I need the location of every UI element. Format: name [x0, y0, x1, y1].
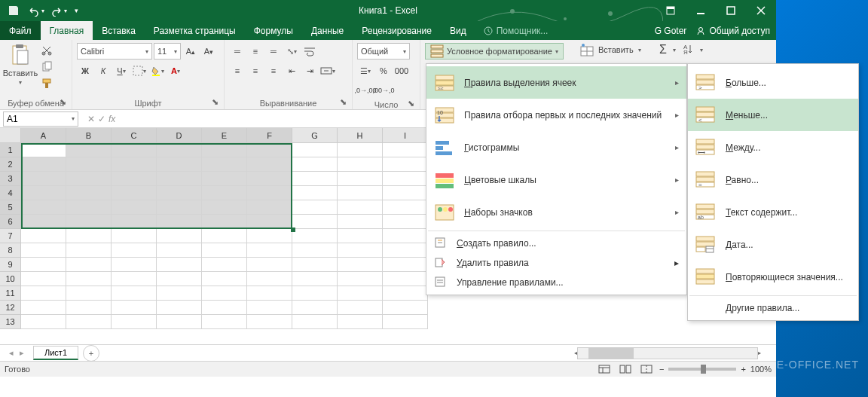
cell[interactable]	[247, 301, 292, 315]
menu-top-bottom-rules[interactable]: 10 Правила отбора первых и последних зна…	[426, 99, 686, 131]
zoom-value[interactable]: 100%	[750, 365, 772, 374]
submenu-equal-to[interactable]: = Равно...	[688, 163, 858, 196]
cell[interactable]	[202, 143, 247, 157]
cell[interactable]	[292, 229, 338, 243]
cell[interactable]	[383, 272, 428, 286]
cell[interactable]	[66, 301, 112, 315]
submenu-more-rules[interactable]: Другие правила...	[688, 298, 858, 318]
cell[interactable]	[338, 258, 383, 272]
autosum-icon[interactable]: Σ	[659, 43, 667, 56]
cell[interactable]	[338, 172, 383, 186]
cell[interactable]	[247, 157, 292, 172]
accounting-format-icon[interactable]: ☰▾	[357, 63, 374, 79]
cell[interactable]	[383, 315, 428, 329]
menu-new-rule[interactable]: Создать правило...	[426, 234, 686, 253]
cell[interactable]	[202, 315, 247, 329]
cell[interactable]	[112, 258, 157, 272]
cell[interactable]	[112, 143, 157, 157]
cell[interactable]	[292, 172, 338, 186]
cell[interactable]	[157, 200, 202, 215]
align-left-icon[interactable]: ≡	[229, 63, 246, 79]
menu-highlight-rules[interactable]: ≤≥ Правила выделения ячеек ▸	[426, 66, 686, 99]
cell[interactable]	[112, 172, 157, 186]
zoom-slider[interactable]	[668, 368, 736, 371]
font-size-select[interactable]: 11▾	[154, 43, 181, 60]
cell[interactable]	[21, 200, 66, 215]
cell[interactable]	[202, 157, 247, 172]
cell[interactable]	[112, 301, 157, 315]
cell[interactable]	[383, 229, 428, 243]
row-header[interactable]: 6	[0, 215, 21, 229]
zoom-out-icon[interactable]: −	[659, 365, 664, 374]
menu-icon-sets[interactable]: Наборы значков ▸	[426, 196, 686, 228]
cell[interactable]	[292, 215, 338, 229]
cell[interactable]	[202, 272, 247, 286]
cell[interactable]	[66, 215, 112, 229]
normal-view-icon[interactable]	[596, 362, 613, 376]
cell[interactable]	[383, 143, 428, 157]
align-right-icon[interactable]: ≡	[265, 63, 282, 79]
submenu-less-than[interactable]: < Меньше...	[688, 99, 858, 131]
cell[interactable]	[112, 157, 157, 172]
cell[interactable]	[112, 286, 157, 301]
cell[interactable]	[21, 315, 66, 329]
cell[interactable]	[247, 215, 292, 229]
insert-cells-label[interactable]: Вставить	[598, 45, 634, 54]
cell[interactable]	[292, 258, 338, 272]
align-middle-icon[interactable]: ≡	[247, 43, 264, 60]
page-break-view-icon[interactable]	[638, 362, 655, 376]
fill-color-icon[interactable]: ▾	[149, 63, 166, 79]
tell-me[interactable]: Помощник...	[483, 21, 549, 40]
cell[interactable]	[292, 286, 338, 301]
zoom-in-icon[interactable]: +	[741, 365, 745, 374]
cell[interactable]	[202, 186, 247, 200]
cell[interactable]	[157, 215, 202, 229]
cell[interactable]	[247, 286, 292, 301]
name-box[interactable]: A1▾	[3, 111, 78, 127]
column-header[interactable]: G	[292, 128, 338, 143]
row-header[interactable]: 12	[0, 301, 21, 315]
percent-format-icon[interactable]: %	[375, 63, 392, 79]
sheet-tab-1[interactable]: Лист1	[33, 346, 78, 360]
cell[interactable]	[202, 215, 247, 229]
format-painter-icon[interactable]	[39, 76, 54, 91]
cell[interactable]	[157, 301, 202, 315]
cell[interactable]	[21, 272, 66, 286]
align-top-icon[interactable]: ═	[229, 43, 246, 60]
fill-handle[interactable]	[291, 228, 295, 232]
row-header[interactable]: 5	[0, 200, 21, 215]
hscroll-right-icon[interactable]: ▸	[758, 350, 761, 356]
cell[interactable]	[157, 315, 202, 329]
cell[interactable]	[21, 301, 66, 315]
cell[interactable]	[338, 301, 383, 315]
cell[interactable]	[112, 229, 157, 243]
row-header[interactable]: 4	[0, 186, 21, 200]
cell[interactable]	[21, 229, 66, 243]
row-header[interactable]: 7	[0, 229, 21, 243]
number-launcher-icon[interactable]: ⬊	[406, 99, 415, 108]
cell[interactable]	[338, 315, 383, 329]
cell[interactable]	[157, 286, 202, 301]
cell[interactable]	[338, 286, 383, 301]
cell[interactable]	[202, 172, 247, 186]
font-color-icon[interactable]: A▾	[167, 63, 184, 79]
minimize-button[interactable]	[686, 0, 716, 21]
submenu-text-contains[interactable]: ab Текст содержит...	[688, 196, 858, 228]
cell[interactable]	[21, 243, 66, 258]
tab-file[interactable]: Файл	[0, 21, 41, 40]
cell[interactable]	[21, 258, 66, 272]
cell[interactable]	[66, 186, 112, 200]
tab-formulas[interactable]: Формулы	[245, 21, 302, 40]
increase-indent-icon[interactable]: ⇥	[301, 63, 318, 79]
redo-icon[interactable]: ▾	[48, 2, 69, 20]
cut-icon[interactable]	[39, 43, 54, 58]
clipboard-launcher-icon[interactable]: ⬊	[58, 97, 67, 106]
column-header[interactable]: A	[21, 128, 66, 143]
user-name[interactable]: G Goter	[655, 26, 687, 36]
cell[interactable]	[292, 272, 338, 286]
cell[interactable]	[383, 215, 428, 229]
cell[interactable]	[112, 315, 157, 329]
cell[interactable]	[202, 229, 247, 243]
row-header[interactable]: 8	[0, 243, 21, 258]
tab-insert[interactable]: Вставка	[93, 21, 145, 40]
